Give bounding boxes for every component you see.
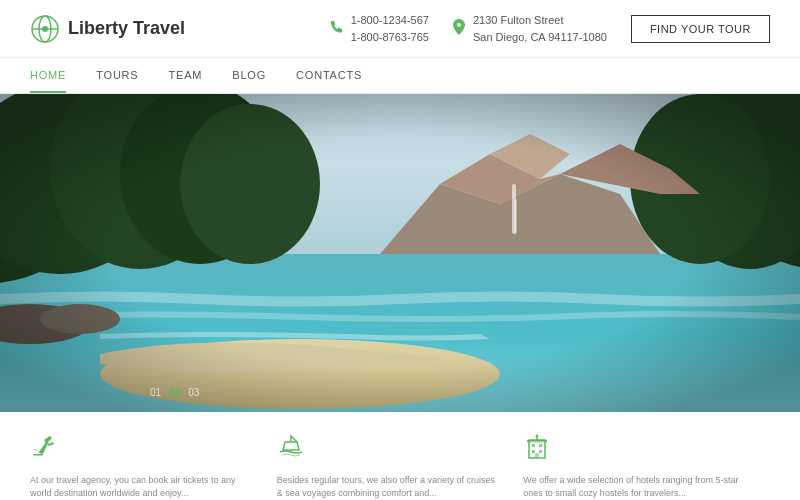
svg-rect-29 [539,444,542,447]
svg-marker-34 [535,434,539,437]
svg-rect-24 [33,454,43,456]
feature-hotels: We offer a wide selection of hotels rang… [523,432,770,500]
phone-contact: 1-800-1234-567 1-800-8763-765 [329,12,429,45]
svg-rect-28 [532,444,535,447]
features-section: At our travel agency, you can book air t… [0,412,800,500]
brand-name: Liberty Travel [68,18,185,39]
nav-item-tours[interactable]: TOURS [96,59,138,93]
svg-rect-23 [0,94,800,412]
hero-image [0,94,800,412]
find-tour-button[interactable]: FIND YOUR TOUR [631,15,770,43]
slide-dot-1[interactable]: 01 [150,387,161,398]
svg-rect-30 [532,450,535,453]
nav-item-contacts[interactable]: CONTACTS [296,59,362,93]
nav-item-blog[interactable]: BLOG [232,59,266,93]
feature-cruises: Besides regular tours, we also offer a v… [277,432,524,500]
contact-info: 1-800-1234-567 1-800-8763-765 2130 Fulto… [329,12,770,45]
feature-flights: At our travel agency, you can book air t… [30,432,277,500]
flights-icon [30,432,58,466]
cruises-icon [277,432,305,466]
hotels-icon [523,432,551,466]
slide-indicators: 01 02 03 [150,387,199,398]
logo-icon [30,14,60,44]
svg-rect-31 [539,450,542,453]
svg-rect-27 [527,440,547,442]
nav-item-home[interactable]: HOME [30,59,66,93]
hotels-description: We offer a wide selection of hotels rang… [523,474,750,499]
phone-icon [329,20,343,38]
phone-numbers: 1-800-1234-567 1-800-8763-765 [351,12,429,45]
hero-section: 01 02 03 [0,94,800,412]
slide-dot-2[interactable]: 02 [169,387,180,398]
address-text: 2130 Fulton Street San Diego, CA 94117-1… [473,12,607,45]
slide-dot-3[interactable]: 03 [188,387,199,398]
flights-description: At our travel agency, you can book air t… [30,474,257,499]
location-icon [453,19,465,39]
nav-item-team[interactable]: TEAM [169,59,203,93]
cruises-description: Besides regular tours, we also offer a v… [277,474,504,499]
address-contact: 2130 Fulton Street San Diego, CA 94117-1… [453,12,607,45]
site-header: Liberty Travel 1-800-1234-567 1-800-8763… [0,0,800,58]
svg-point-3 [42,26,48,32]
main-nav: HOME TOURS TEAM BLOG CONTACTS [0,58,800,94]
logo[interactable]: Liberty Travel [30,14,185,44]
svg-rect-32 [535,453,539,458]
